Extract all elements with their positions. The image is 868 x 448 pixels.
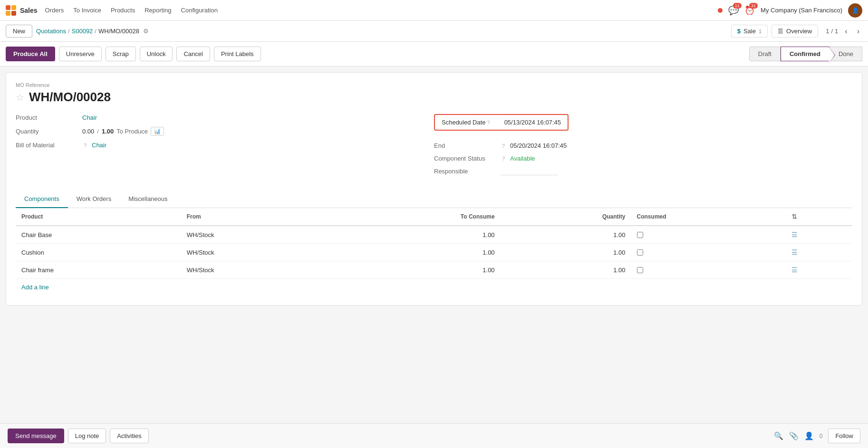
end-label: End — [434, 142, 501, 149]
tab-components[interactable]: Components — [16, 191, 68, 208]
consumed-checkbox[interactable] — [637, 267, 643, 273]
red-dot-indicator[interactable] — [718, 8, 723, 13]
cell-list-icon[interactable]: ☰ — [786, 226, 852, 244]
cancel-button[interactable]: Cancel — [176, 47, 210, 61]
sale-button[interactable]: $ Sale 1 — [731, 25, 768, 38]
breadcrumb-quotations[interactable]: Quotations — [36, 28, 66, 35]
col-from: From — [181, 208, 328, 226]
detail-list-icon[interactable]: ☰ — [791, 248, 798, 256]
cell-list-icon[interactable]: ☰ — [786, 244, 852, 261]
bom-field: Bill of Material ? Chair — [16, 142, 415, 149]
component-status-help-icon[interactable]: ? — [502, 156, 505, 162]
col-actions: ⇅ — [786, 208, 852, 226]
scrap-button[interactable]: Scrap — [106, 47, 136, 61]
breadcrumb-current: WH/MO/00028 — [98, 28, 139, 35]
menu-lines-icon: ☰ — [778, 28, 783, 35]
cell-from: WH/Stock — [181, 226, 328, 244]
mo-number: WH/MO/00028 — [29, 90, 111, 105]
unlock-button[interactable]: Unlock — [140, 47, 173, 61]
overview-label: Overview — [786, 28, 812, 35]
new-button[interactable]: New — [6, 25, 32, 38]
status-draft[interactable]: Draft — [749, 47, 781, 61]
app-logo[interactable]: Sales — [6, 5, 38, 16]
messages-badge: 11 — [733, 3, 742, 9]
pagination-current: 1 — [826, 28, 829, 35]
responsible-label: Responsible — [434, 168, 501, 175]
bom-label: Bill of Material — [16, 142, 82, 149]
overview-button[interactable]: ☰ Overview — [772, 25, 818, 38]
sort-icon[interactable]: ⇅ — [791, 213, 797, 220]
bom-value[interactable]: Chair — [92, 142, 106, 149]
breadcrumb-bar: New Quotations / S00092 / WH/MO/00028 ⚙ … — [0, 21, 868, 42]
produce-all-button[interactable]: Produce All — [6, 47, 55, 61]
col-consumed: Consumed — [631, 208, 786, 226]
chart-icon[interactable]: 📊 — [151, 127, 164, 136]
cell-to-consume: 1.00 — [328, 261, 500, 279]
menu-to-invoice[interactable]: To Invoice — [73, 7, 101, 14]
breadcrumb-actions: $ Sale 1 ☰ Overview 1 / 1 ‹ › — [731, 25, 862, 38]
status-confirmed[interactable]: Confirmed — [781, 47, 829, 61]
component-status-field: Component Status ? Available — [434, 155, 852, 162]
component-status-label: Component Status — [434, 155, 501, 162]
pagination: 1 / 1 — [826, 28, 838, 35]
responsible-value[interactable] — [501, 168, 558, 175]
page-next-button[interactable]: › — [854, 26, 862, 37]
scheduled-date-value[interactable]: 05/13/2024 16:07:45 — [504, 119, 561, 126]
pagination-total: 1 — [835, 28, 838, 35]
menu-configuration[interactable]: Configuration — [181, 7, 218, 14]
qty-sep: / — [97, 128, 99, 135]
cell-quantity[interactable]: 1.00 — [501, 226, 631, 244]
tab-miscellaneous[interactable]: Miscellaneous — [120, 191, 176, 208]
quantity-row: 0.00 / 1.00 To Produce 📊 — [82, 127, 164, 136]
messages-icon[interactable]: 💬 11 — [728, 5, 739, 16]
menu-reporting[interactable]: Reporting — [145, 7, 171, 14]
breadcrumb-sep: / — [68, 28, 70, 35]
status-bar: Draft Confirmed Done — [749, 47, 862, 61]
clock-icon[interactable]: ⏰ 31 — [744, 5, 755, 16]
col-product: Product — [16, 208, 181, 226]
components-table: Product From To Consume Quantity Consume… — [16, 208, 852, 279]
menu-products[interactable]: Products — [111, 7, 135, 14]
cell-from: WH/Stock — [181, 261, 328, 279]
mo-ref-label: MO Reference — [16, 82, 852, 88]
table-row: Chair Base WH/Stock 1.00 1.00 ☰ — [16, 226, 852, 244]
tab-work-orders[interactable]: Work Orders — [68, 191, 120, 208]
product-value[interactable]: Chair — [82, 114, 97, 121]
cell-product: Cushion — [16, 244, 181, 261]
bom-label-row: Bill of Material ? — [16, 142, 92, 149]
breadcrumb-sale-order[interactable]: S00092 — [72, 28, 93, 35]
cell-consumed — [631, 244, 786, 261]
top-right-controls: 💬 11 ⏰ 31 My Company (San Francisco) 👤 — [718, 3, 862, 18]
unreserve-button[interactable]: Unreserve — [59, 47, 102, 61]
qty-current: 0.00 — [82, 128, 94, 135]
detail-list-icon[interactable]: ☰ — [791, 266, 798, 274]
consumed-checkbox[interactable] — [637, 249, 643, 256]
clock-badge: 31 — [749, 3, 758, 9]
tabs-bar: Components Work Orders Miscellaneous — [16, 191, 852, 208]
favorite-star-icon[interactable]: ☆ — [16, 92, 24, 103]
consumed-checkbox[interactable] — [637, 232, 643, 238]
dollar-icon: $ — [737, 28, 741, 35]
print-labels-button[interactable]: Print Labels — [214, 47, 261, 61]
gear-icon[interactable]: ⚙ — [143, 28, 149, 35]
cell-consumed — [631, 261, 786, 279]
scheduled-date-help-icon[interactable]: ? — [487, 120, 490, 125]
menu-orders[interactable]: Orders — [45, 7, 64, 14]
page-prev-button[interactable]: ‹ — [842, 26, 850, 37]
cell-to-consume: 1.00 — [328, 244, 500, 261]
add-line-button[interactable]: Add a line — [16, 279, 55, 295]
main-content: MO Reference ☆ WH/MO/00028 Product Chair… — [6, 72, 862, 305]
quantity-label: Quantity — [16, 128, 82, 135]
user-avatar[interactable]: 👤 — [848, 3, 862, 18]
qty-target[interactable]: 1.00 — [102, 128, 114, 135]
end-help-icon[interactable]: ? — [502, 143, 505, 149]
scheduled-date-label: Scheduled Date — [442, 119, 486, 126]
pagination-sep: / — [831, 28, 833, 35]
cell-quantity[interactable]: 1.00 — [501, 244, 631, 261]
cell-quantity[interactable]: 1.00 — [501, 261, 631, 279]
app-name[interactable]: Sales — [20, 7, 38, 14]
bom-help-icon[interactable]: ? — [84, 143, 87, 148]
cell-list-icon[interactable]: ☰ — [786, 261, 852, 279]
mo-title-row: ☆ WH/MO/00028 — [16, 90, 852, 105]
detail-list-icon[interactable]: ☰ — [791, 231, 798, 238]
